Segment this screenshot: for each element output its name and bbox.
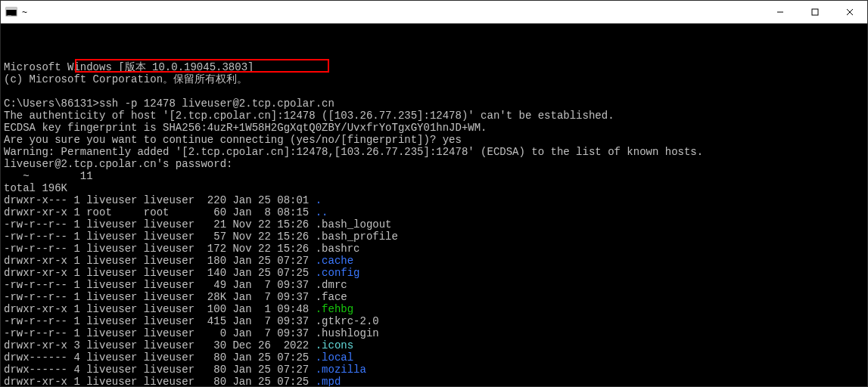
ls-row: drwxr-xr-x 1 liveuser liveuser 80 Jan 25… (4, 376, 864, 386)
ls-total-line: total 196K (4, 182, 864, 194)
svg-rect-4 (812, 9, 818, 15)
ls-row: drwx------ 4 liveuser liveuser 80 Jan 25… (4, 351, 864, 364)
ls-row: drwxr-x--- 1 liveuser liveuser 220 Jan 2… (4, 194, 864, 206)
header-line (4, 85, 864, 98)
file-name: .mozilla (316, 364, 366, 376)
terminal-output[interactable]: Microsoft Windows [版本 10.0.19045.3803](c… (1, 23, 867, 386)
ssh-output-line: Warning: Permanently added '[2.tcp.cpola… (4, 146, 864, 158)
ssh-output-line: The authenticity of host '[2.tcp.cpolar.… (4, 110, 864, 122)
ls-row: -rw-r--r-- 1 liveuser liveuser 57 Nov 22… (4, 231, 864, 243)
file-name: .bash_logout (316, 218, 392, 231)
ls-row: -rw-r--r-- 1 liveuser liveuser 28K Jan 7… (4, 291, 864, 303)
file-name: .local (316, 351, 353, 364)
ssh-output-line: Are you sure you want to continue connec… (4, 134, 864, 146)
header-line: Microsoft Windows [版本 10.0.19045.3803] (4, 61, 864, 73)
file-name: .cache (316, 255, 353, 267)
file-name: .mpd (316, 376, 341, 386)
file-name: .icons (316, 339, 353, 351)
file-name: .bashrc (316, 243, 360, 255)
svg-text:_: _ (8, 9, 11, 16)
ssh-command-line: C:\Users\86131>ssh -p 12478 liveuser@2.t… (4, 98, 864, 110)
ssh-output-line: liveuser@2.tcp.cpolar.cn's password: (4, 158, 864, 170)
file-name: .bash_profile (316, 231, 398, 243)
terminal-window: _ ~ Microsoft Windows [版本 10.0.19045.380… (0, 0, 868, 387)
ls-row: drwxr-xr-x 3 liveuser liveuser 30 Dec 26… (4, 339, 864, 351)
ls-row: -rw-r--r-- 1 liveuser liveuser 49 Jan 7 … (4, 279, 864, 291)
file-name: .dmrc (316, 279, 347, 291)
ls-row: -rw-r--r-- 1 liveuser liveuser 0 Jan 7 0… (4, 327, 864, 339)
terminal-icon: _ (5, 6, 17, 18)
ls-row: drwxr-xr-x 1 root root 60 Jan 8 08:15 .. (4, 206, 864, 218)
ls-row: drwxr-xr-x 1 liveuser liveuser 140 Jan 2… (4, 267, 864, 279)
header-line: (c) Microsoft Corporation。保留所有权利。 (4, 73, 864, 85)
file-name: .fehbg (316, 303, 353, 315)
ls-row: -rw-r--r-- 1 liveuser liveuser 172 Nov 2… (4, 243, 864, 255)
minimize-button[interactable] (763, 1, 798, 23)
file-name: .gtkrc-2.0 (316, 315, 379, 327)
file-name: .face (316, 291, 347, 303)
file-name: . (316, 194, 322, 206)
ls-row: drwxr-xr-x 1 liveuser liveuser 180 Jan 2… (4, 255, 864, 267)
ls-row: drwx------ 4 liveuser liveuser 80 Jan 25… (4, 364, 864, 376)
window-title: ~ (22, 7, 27, 17)
ls-row: -rw-r--r-- 1 liveuser liveuser 415 Jan 7… (4, 315, 864, 327)
file-name: .. (316, 206, 328, 218)
titlebar[interactable]: _ ~ (1, 1, 867, 23)
ls-row: drwxr-xr-x 1 liveuser liveuser 100 Jan 1… (4, 303, 864, 315)
ssh-output-line: ECDSA key fingerprint is SHA256:4uzR+1W5… (4, 122, 864, 134)
maximize-button[interactable] (798, 1, 832, 23)
ls-row: -rw-r--r-- 1 liveuser liveuser 21 Nov 22… (4, 218, 864, 231)
ssh-output-line: ~ 11 (4, 170, 864, 182)
file-name: .config (316, 267, 360, 279)
close-button[interactable] (832, 1, 867, 23)
file-name: .hushlogin (316, 327, 379, 339)
